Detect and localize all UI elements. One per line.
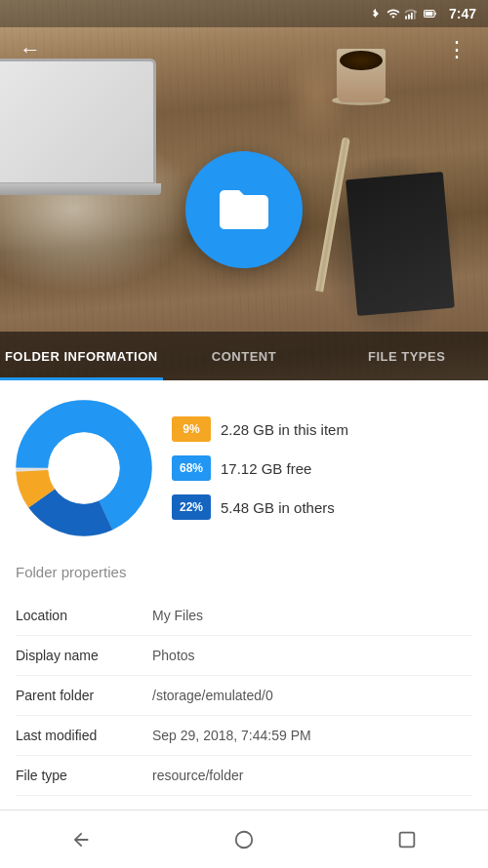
legend-free: 68% 17.12 GB free [172, 455, 472, 481]
wifi-icon [386, 7, 400, 20]
svg-rect-2 [411, 13, 413, 20]
property-row-last-modified: Last modified Sep 29, 2018, 7:44:59 PM [16, 716, 472, 756]
legend-badge-others: 22% [172, 494, 211, 520]
svg-point-10 [48, 432, 119, 503]
svg-rect-0 [405, 16, 407, 20]
svg-rect-12 [399, 832, 414, 847]
property-value-last-modified: Sep 29, 2018, 7:44:59 PM [152, 728, 311, 743]
tabs-bar: FOLDER INFORMATION CONTENT FILE TYPES [0, 332, 488, 380]
status-time: 7:47 [449, 6, 476, 21]
chart-legend: 9% 2.28 GB in this item 68% 17.12 GB fre… [172, 416, 472, 520]
tab-file-types[interactable]: FILE TYPES [325, 332, 488, 380]
storage-chart-section: 9% 2.28 GB in this item 68% 17.12 GB fre… [16, 400, 472, 536]
nav-back-icon [70, 829, 92, 850]
legend-text-others: 5.48 GB in others [221, 499, 335, 516]
legend-text-this-item: 2.28 GB in this item [221, 421, 348, 438]
legend-others: 22% 5.48 GB in others [172, 494, 472, 520]
property-label-location: Location [16, 608, 152, 623]
folder-icon [215, 180, 273, 239]
nav-recents-icon [396, 829, 418, 850]
property-label-file-type: File type [16, 768, 152, 783]
nav-home-icon [233, 829, 255, 850]
laptop-decoration [0, 59, 195, 254]
nav-recents-button[interactable] [383, 815, 431, 864]
property-value-display-name: Photos [152, 648, 195, 663]
property-row-parent-folder: Parent folder /storage/emulated/0 [16, 676, 472, 716]
pie-chart [16, 400, 152, 536]
legend-this-item: 9% 2.28 GB in this item [172, 416, 472, 442]
pie-chart-svg [16, 400, 152, 536]
section-title: Folder properties [16, 564, 472, 580]
property-value-location: My Files [152, 608, 203, 623]
property-row-file-type: File type resource/folder [16, 756, 472, 796]
signal-icon [404, 7, 418, 20]
nav-home-button[interactable] [220, 815, 268, 864]
property-row-location: Location My Files [16, 596, 472, 636]
property-label-parent-folder: Parent folder [16, 688, 152, 703]
tab-folder-information[interactable]: FOLDER INFORMATION [0, 332, 163, 380]
property-value-parent-folder: /storage/emulated/0 [152, 688, 273, 703]
svg-rect-3 [414, 11, 416, 20]
nav-back-button[interactable] [57, 815, 105, 864]
more-options-button[interactable]: ⋮ [438, 33, 476, 66]
bluetooth-icon [369, 7, 383, 20]
coffee-decoration [332, 39, 390, 107]
property-label-display-name: Display name [16, 648, 152, 663]
battery-icon [422, 7, 439, 20]
folder-properties-section: Folder properties Location My Files Disp… [16, 564, 472, 796]
legend-badge-this-item: 9% [172, 416, 211, 442]
svg-point-11 [236, 831, 253, 848]
svg-rect-5 [426, 12, 433, 17]
status-icons: 7:47 [369, 6, 476, 21]
back-button[interactable]: ← [12, 33, 49, 66]
folder-icon-circle [185, 151, 303, 268]
legend-badge-free: 68% [172, 455, 211, 481]
property-row-display-name: Display name Photos [16, 636, 472, 676]
tab-content[interactable]: CONTENT [163, 332, 326, 380]
svg-rect-1 [408, 15, 410, 20]
status-bar: 7:47 [0, 0, 488, 27]
bottom-navigation [0, 809, 488, 868]
property-value-file-type: resource/folder [152, 768, 243, 783]
legend-text-free: 17.12 GB free [221, 460, 311, 477]
property-label-last-modified: Last modified [16, 728, 152, 743]
main-content: 9% 2.28 GB in this item 68% 17.12 GB fre… [0, 380, 488, 809]
notebook-decoration [346, 172, 455, 316]
